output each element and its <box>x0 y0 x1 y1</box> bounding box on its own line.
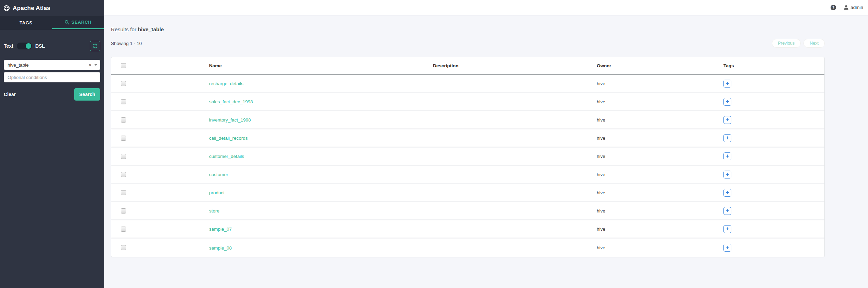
header-owner: Owner <box>597 63 723 68</box>
table-row: call_detail_records hive + <box>111 129 824 148</box>
row-owner: hive <box>597 172 723 177</box>
text-dsl-toggle[interactable] <box>17 43 32 49</box>
tab-search[interactable]: SEARCH <box>52 16 104 29</box>
row-owner: hive <box>597 227 723 232</box>
add-tag-button[interactable]: + <box>723 80 731 88</box>
table-row: store hive + <box>111 202 824 220</box>
row-name-link[interactable]: call_detail_records <box>209 136 248 141</box>
table-row: recharge_details hive + <box>111 75 824 93</box>
row-owner: hive <box>597 117 723 123</box>
dsl-mode-label[interactable]: DSL <box>35 43 45 49</box>
row-owner: hive <box>597 136 723 141</box>
select-all-checkbox[interactable] <box>121 63 126 68</box>
row-checkbox[interactable] <box>121 81 126 86</box>
type-select-box[interactable]: × <box>4 60 100 70</box>
results-content: Results for hive_table Showing 1 - 10 Pr… <box>104 26 868 257</box>
main-area: ? admin Results for hive_table Showing 1… <box>104 0 868 288</box>
clear-link[interactable]: Clear <box>4 92 16 97</box>
row-owner: hive <box>597 154 723 159</box>
row-owner: hive <box>597 81 723 86</box>
row-name-link[interactable]: inventory_fact_1998 <box>209 117 251 123</box>
sidebar: Apache Atlas TAGS SEARCH Text DSL <box>0 0 104 288</box>
row-checkbox[interactable] <box>121 154 126 159</box>
table-row: customer hive + <box>111 166 824 184</box>
table-row: product hive + <box>111 184 824 202</box>
row-name-link[interactable]: store <box>209 208 219 214</box>
tab-tags[interactable]: TAGS <box>0 16 52 29</box>
next-button[interactable]: Next <box>803 39 825 48</box>
row-name-link[interactable]: customer_details <box>209 154 244 159</box>
search-icon <box>65 20 69 25</box>
add-tag-button[interactable]: + <box>723 134 731 142</box>
add-tag-button[interactable]: + <box>723 244 731 252</box>
search-filter-panel: Text DSL × <box>0 41 104 101</box>
row-checkbox[interactable] <box>121 227 126 232</box>
header-tags: Tags <box>723 63 824 68</box>
app-header: Apache Atlas <box>0 0 104 16</box>
atlas-globe-icon <box>3 5 13 11</box>
row-name-link[interactable]: sample_08 <box>209 245 232 251</box>
row-owner: hive <box>597 245 723 250</box>
row-checkbox[interactable] <box>121 136 126 141</box>
row-name-link[interactable]: product <box>209 190 225 195</box>
refresh-button[interactable] <box>90 41 100 51</box>
row-checkbox[interactable] <box>121 190 126 195</box>
results-title-query: hive_table <box>138 26 164 32</box>
table-row: sample_07 hive + <box>111 220 824 239</box>
table-row: sample_08 hive + <box>111 239 824 257</box>
row-name-link[interactable]: sales_fact_dec_1998 <box>209 99 253 104</box>
help-icon[interactable]: ? <box>831 5 836 10</box>
topbar: ? admin <box>104 0 868 15</box>
sidebar-tabs: TAGS SEARCH <box>0 16 104 30</box>
header-name: Name <box>209 63 433 68</box>
add-tag-button[interactable]: + <box>723 98 731 106</box>
add-tag-button[interactable]: + <box>723 171 731 178</box>
table-row: customer_details hive + <box>111 148 824 166</box>
chevron-down-icon[interactable] <box>94 64 97 66</box>
search-query-input[interactable] <box>8 62 89 68</box>
clear-selection-icon[interactable]: × <box>89 63 91 67</box>
row-owner: hive <box>597 99 723 104</box>
row-checkbox[interactable] <box>121 208 126 214</box>
row-checkbox[interactable] <box>121 245 126 250</box>
showing-count-label: Showing 1 - 10 <box>111 41 142 46</box>
text-mode-label[interactable]: Text <box>4 43 13 49</box>
add-tag-button[interactable]: + <box>723 225 731 233</box>
add-tag-button[interactable]: + <box>723 189 731 197</box>
table-header-row: Name Description Owner Tags <box>111 57 824 75</box>
table-row: inventory_fact_1998 hive + <box>111 111 824 129</box>
add-tag-button[interactable]: + <box>723 152 731 160</box>
user-menu[interactable]: admin <box>844 5 863 10</box>
table-body: recharge_details hive + sales_fact_dec_1… <box>111 75 824 257</box>
row-name-link[interactable]: sample_07 <box>209 227 232 232</box>
previous-button[interactable]: Previous <box>772 39 801 48</box>
row-checkbox[interactable] <box>121 172 126 177</box>
results-title-prefix: Results for <box>111 26 138 32</box>
optional-conditions-input[interactable] <box>4 72 100 82</box>
pagination: Previous Next <box>772 39 825 48</box>
row-name-link[interactable]: customer <box>209 172 228 177</box>
add-tag-button[interactable]: + <box>723 207 731 215</box>
table-row: sales_fact_dec_1998 hive + <box>111 93 824 111</box>
username-label: admin <box>850 5 863 10</box>
header-description: Description <box>433 63 597 68</box>
app-title: Apache Atlas <box>13 5 50 12</box>
add-tag-button[interactable]: + <box>723 116 731 124</box>
refresh-icon <box>92 43 98 49</box>
toggle-knob <box>26 43 31 49</box>
row-name-link[interactable]: recharge_details <box>209 81 243 86</box>
row-owner: hive <box>597 190 723 195</box>
tab-tags-label: TAGS <box>20 20 33 25</box>
row-checkbox[interactable] <box>121 117 126 123</box>
user-icon <box>844 5 849 10</box>
row-owner: hive <box>597 208 723 214</box>
tab-search-label: SEARCH <box>71 20 92 25</box>
results-title: Results for hive_table <box>111 26 825 33</box>
results-table: Name Description Owner Tags recharge_det… <box>111 57 825 257</box>
row-checkbox[interactable] <box>121 99 126 104</box>
search-button[interactable]: Search <box>74 88 100 101</box>
